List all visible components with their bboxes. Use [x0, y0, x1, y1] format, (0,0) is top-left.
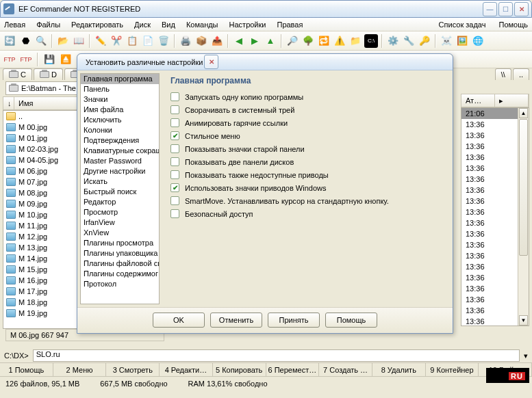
menu-left-6[interactable]: Настройки	[229, 21, 266, 29]
tree-item[interactable]: Другие настройки	[81, 166, 159, 176]
scroll-up-icon[interactable]: ▲	[519, 108, 528, 118]
checkbox-row[interactable]: Показывать также недоступные приводы	[170, 170, 444, 179]
function-key[interactable]: 4 Редакти…	[160, 363, 213, 376]
checkbox-row[interactable]: Запускать одну копию программы	[170, 92, 444, 101]
menu-left-0[interactable]: Левая	[4, 21, 25, 29]
paste-icon[interactable]: 📄	[141, 34, 155, 48]
checkbox[interactable]	[170, 92, 179, 101]
function-key[interactable]: 8 Удалить	[372, 363, 426, 376]
close-button[interactable]: ✕	[514, 2, 529, 16]
tree-item[interactable]: Быстрый поиск	[81, 187, 159, 197]
right-file-list[interactable]: 21:0613:36A13:36A13:36A13:36A13:36A13:36…	[461, 107, 529, 326]
drive-tab-d[interactable]: D	[34, 68, 63, 80]
function-key[interactable]: 9 Контейнер	[426, 363, 479, 376]
disk-icon[interactable]: 💾	[42, 53, 56, 66]
search-icon[interactable]: 🔍	[34, 34, 48, 48]
function-key[interactable]: 1 Помощь	[0, 363, 53, 376]
tree-item[interactable]: Master Password	[81, 156, 159, 166]
menu-tasks[interactable]: Список задач	[439, 21, 486, 29]
dialog-close-button[interactable]: ✕	[204, 55, 218, 69]
drive-tab-net[interactable]: \\	[495, 68, 511, 80]
open-icon[interactable]: 📂	[56, 34, 70, 48]
tree-item[interactable]: Плагины упаковщика	[81, 248, 159, 258]
drive-tab-c[interactable]: C	[3, 68, 32, 80]
tree-item[interactable]: XnView	[81, 228, 159, 238]
checkbox[interactable]	[170, 209, 179, 218]
apply-button[interactable]: Принять	[268, 313, 320, 328]
back-icon[interactable]: ◀	[232, 34, 246, 48]
menu-left-1[interactable]: Файлы	[36, 21, 60, 29]
checkbox-row[interactable]: Сворачивать в системный трей	[170, 105, 444, 114]
warn-icon[interactable]: ⚠️	[333, 34, 346, 48]
function-key[interactable]: 2 Меню	[53, 363, 107, 376]
checkbox[interactable]	[170, 118, 179, 127]
tree-item[interactable]: Плагины файловой си	[81, 258, 159, 269]
ftp-up-icon[interactable]: FTP	[3, 53, 16, 66]
tree-item[interactable]: Главная программа	[81, 74, 159, 84]
checkbox[interactable]	[170, 170, 179, 179]
menu-left-2[interactable]: Редактировать	[71, 21, 123, 29]
tree-item[interactable]: Просмотр	[81, 207, 159, 217]
stop-icon[interactable]: ⬣	[18, 34, 32, 48]
checkbox[interactable]: ✔	[170, 183, 179, 192]
column-attr[interactable]: Ат…	[461, 94, 495, 107]
tree-item[interactable]: Искать	[81, 176, 159, 187]
checkbox-row[interactable]: Показывать две панели дисков	[170, 157, 444, 166]
scroll-down-icon[interactable]: ▼	[519, 315, 528, 326]
book-icon[interactable]: 📖	[72, 34, 86, 48]
scroll-thumb[interactable]	[519, 119, 528, 256]
tree-item[interactable]: Протокол	[81, 279, 159, 289]
img-icon[interactable]: 🖼️	[455, 34, 469, 48]
tree-item[interactable]: Редактор	[81, 197, 159, 207]
print-icon[interactable]: 🖨️	[179, 34, 192, 48]
cancel-button[interactable]: Отменить	[210, 313, 262, 328]
tree-item[interactable]: Плагины содержимог	[81, 269, 159, 279]
menu-left-4[interactable]: Вид	[162, 21, 175, 29]
tree-item[interactable]: Панель	[81, 84, 159, 94]
menu-left-5[interactable]: Команды	[186, 21, 218, 29]
maximize-button[interactable]: ☐	[498, 2, 513, 16]
function-key[interactable]: 6 Перемест…	[266, 363, 320, 376]
net-icon[interactable]: 🌐	[471, 34, 485, 48]
folder-icon[interactable]: 📁	[349, 34, 362, 48]
settings-tree[interactable]: Главная программаПанельЗначкиИмя файлаИс…	[80, 73, 160, 304]
menu-left-7[interactable]: Правая	[277, 21, 303, 29]
tree-icon[interactable]: 🌳	[301, 34, 315, 48]
checkbox-row[interactable]: ✔Стильное меню	[170, 131, 444, 140]
refresh-icon[interactable]: 🔄	[3, 34, 16, 48]
ok-button[interactable]: OK	[153, 313, 205, 328]
tree-item[interactable]: Подтверждения	[81, 135, 159, 146]
tree-item[interactable]: Колонки	[81, 125, 159, 135]
minimize-button[interactable]: —	[483, 2, 497, 16]
cmd-dropdown-icon[interactable]: ▾	[524, 351, 528, 360]
delete-icon[interactable]: 🗑️	[157, 34, 170, 48]
unpack-icon[interactable]: 📤	[210, 34, 224, 48]
tree-item[interactable]: Плагины просмотра	[81, 238, 159, 248]
tool-icon[interactable]: 🔧	[402, 34, 416, 48]
console-icon[interactable]: C:\	[364, 34, 378, 48]
tree-item[interactable]: Значки	[81, 94, 159, 105]
checkbox-row[interactable]: Показывать значки старой панели	[170, 144, 444, 153]
cut-icon[interactable]: ✂️	[110, 34, 123, 48]
cmd-input[interactable]: SLO.ru	[33, 349, 520, 362]
view-icon[interactable]: 🔎	[286, 34, 299, 48]
ftp-down-icon[interactable]: FTP	[19, 53, 33, 66]
eject-icon[interactable]: ⏏️	[59, 53, 73, 66]
scrollbar[interactable]: ▲ ▼	[518, 108, 529, 326]
menu-help[interactable]: Помощь	[499, 21, 529, 29]
edit-icon[interactable]: ✏️	[94, 34, 107, 48]
sync-icon[interactable]: 🔁	[317, 34, 331, 48]
help-button[interactable]: Помощь	[325, 313, 377, 328]
skull-icon[interactable]: ☠️	[440, 34, 453, 48]
checkbox[interactable]	[170, 105, 179, 114]
drive-tab-up[interactable]: ..	[513, 68, 529, 80]
tree-item[interactable]: Имя файла	[81, 105, 159, 115]
up-icon[interactable]: ▲	[264, 34, 277, 48]
checkbox-row[interactable]: Анимировать гарячие ссылки	[170, 118, 444, 127]
key-icon[interactable]: 🔑	[418, 34, 431, 48]
tree-item[interactable]: IrfanView	[81, 217, 159, 228]
checkbox-row[interactable]: ✔Использовать значки приводов Windows	[170, 183, 444, 192]
forward-icon[interactable]: ▶	[248, 34, 262, 48]
checkbox[interactable]	[170, 144, 179, 153]
menu-left-3[interactable]: Диск	[134, 21, 151, 29]
